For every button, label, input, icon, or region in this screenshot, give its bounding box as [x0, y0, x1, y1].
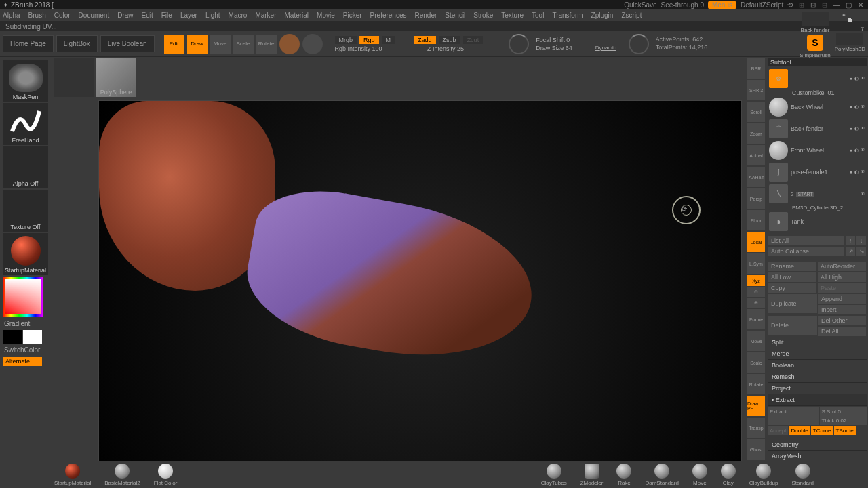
accept-button[interactable]: Accept	[768, 426, 788, 435]
brush-rake[interactable]: Rake	[616, 464, 631, 486]
subtool-custombike[interactable]: ⚙ ●◐👁	[768, 68, 867, 89]
size-gauge-icon[interactable]	[629, 34, 649, 54]
append-button[interactable]: Append	[818, 294, 866, 304]
zcut-button[interactable]: Zcut	[463, 36, 484, 44]
backfender-slot[interactable]	[836, 33, 863, 45]
rgb-intensity[interactable]: Rgb Intensity 100	[335, 45, 395, 52]
brush-basicmaterial2[interactable]: BasicMaterial2	[104, 464, 140, 486]
window-icons[interactable]: ⟲ ⊞ ⊡ ⊟ — ▢ ✕	[787, 1, 865, 9]
menu-stroke[interactable]: Stroke	[473, 12, 493, 19]
remesh-section[interactable]: Remesh	[768, 371, 867, 383]
local-button[interactable]: Local	[747, 232, 765, 252]
scale-mode[interactable]: Scale	[233, 35, 254, 54]
menu-layer[interactable]: Layer	[180, 12, 197, 19]
delother-button[interactable]: Del Other	[818, 316, 866, 325]
viewport[interactable]: ⟳	[98, 100, 742, 488]
bpr-button[interactable]: BPR	[747, 58, 765, 79]
home-tab[interactable]: Home Page	[3, 35, 54, 52]
m-button[interactable]: M	[382, 36, 395, 44]
brush-zmodeler[interactable]: ZModeler	[580, 464, 604, 486]
active-tool-thumb[interactable]	[54, 58, 94, 97]
color-black[interactable]	[3, 330, 22, 344]
insert-button[interactable]: Insert	[818, 305, 866, 314]
copy-button[interactable]: Copy	[768, 283, 816, 293]
menu-marker[interactable]: Marker	[255, 12, 276, 19]
delete-button[interactable]: Delete	[768, 316, 817, 335]
menu-document[interactable]: Document	[79, 12, 110, 19]
actual-button[interactable]: Actual	[747, 145, 765, 165]
rotate3d-button[interactable]: Rotate	[747, 374, 765, 394]
menu-zscript[interactable]: Zscript	[621, 12, 642, 19]
ssmt-slider[interactable]: S Smt 5	[820, 407, 867, 416]
draw-mode[interactable]: Draw	[187, 35, 208, 54]
ghost-button[interactable]: Ghost	[747, 439, 765, 460]
up-arrow-icon[interactable]: ↑	[846, 236, 855, 245]
brush-damstandard[interactable]: DamStandard	[645, 464, 678, 486]
delall-button[interactable]: Del All	[818, 327, 866, 336]
polymesh-star-icon[interactable]: ✦	[842, 12, 858, 28]
menu-edit[interactable]: Edit	[142, 12, 153, 19]
zoom-button[interactable]: Zoom	[747, 123, 765, 144]
menu-brush[interactable]: Brush	[28, 12, 46, 19]
z-intensity[interactable]: Z Intensity 25	[427, 45, 483, 52]
subtool-backwheel[interactable]: Back Wheel ●◐👁	[768, 96, 867, 118]
menu-color[interactable]: Color	[54, 12, 71, 19]
menu-file[interactable]: File	[161, 12, 172, 19]
frame-button[interactable]: Frame	[747, 309, 765, 329]
persp-button[interactable]: Persp	[747, 188, 765, 209]
tcorne-button[interactable]: TCorne	[811, 426, 833, 435]
tborde-button[interactable]: TBorde	[834, 426, 856, 435]
brush-claytubes[interactable]: ClayTubes	[541, 464, 567, 486]
scroll-button[interactable]: Scroll	[747, 102, 765, 122]
dynamic-toggle[interactable]: Dynamic	[595, 45, 616, 51]
menu-stencil[interactable]: Stencil	[445, 12, 465, 19]
menu-material[interactable]: Material	[285, 12, 309, 19]
menu-movie[interactable]: Movie	[317, 12, 335, 19]
edit-mode[interactable]: Edit	[164, 35, 184, 54]
material-slot[interactable]: StartupMaterial	[3, 233, 48, 275]
sym-q-icon[interactable]: ⊙	[747, 287, 765, 297]
simplebrush-icon[interactable]: S	[807, 35, 823, 51]
menu-draw[interactable]: Draw	[117, 12, 133, 19]
menus-toggle[interactable]: Menus	[708, 1, 736, 9]
subtool-frontwheel[interactable]: Front Wheel ●◐👁	[768, 140, 867, 161]
menu-zplugin[interactable]: Zplugin	[591, 12, 614, 19]
autoreorder-button[interactable]: AutoReorder	[818, 262, 866, 271]
moveup-icon[interactable]: ↗	[846, 247, 855, 256]
switchcolor-label[interactable]: SwitchColor	[3, 345, 48, 355]
extract-button[interactable]: Extract	[768, 407, 819, 425]
focal-gauge-icon[interactable]	[509, 34, 529, 54]
transp-button[interactable]: Transp	[747, 418, 765, 438]
mrgb-button[interactable]: Mrgb	[335, 36, 357, 44]
scale3d-button[interactable]: Scale	[747, 352, 765, 373]
autocollapse-button[interactable]: Auto Collapse	[768, 247, 844, 256]
sculptris-button[interactable]	[302, 34, 323, 54]
quicksave-button[interactable]: QuickSave	[624, 1, 656, 9]
rgb-button[interactable]: Rgb	[359, 36, 379, 44]
move3d-button[interactable]: Move	[747, 331, 765, 351]
down-arrow-icon[interactable]: ↓	[856, 236, 866, 245]
brush-claybuildup[interactable]: ClayBuildup	[749, 464, 778, 486]
gradient-label[interactable]: Gradient	[3, 319, 48, 329]
brush-clay[interactable]: Clay	[721, 464, 736, 486]
backfender-thumb[interactable]	[802, 12, 829, 26]
rename-button[interactable]: Rename	[768, 262, 816, 271]
lightbox-tab[interactable]: LightBox	[56, 35, 98, 52]
aahalf-button[interactable]: AAHalf	[747, 167, 765, 187]
geometry-section[interactable]: Geometry	[768, 439, 867, 451]
drawpf-button[interactable]: Draw PF	[747, 396, 765, 416]
brush-startupmaterial[interactable]: StartupMaterial	[54, 464, 91, 486]
move-mode[interactable]: Move	[210, 35, 231, 54]
brush-slot[interactable]: MaskPen	[3, 60, 48, 102]
seethrough-slider[interactable]: See-through 0	[661, 1, 704, 9]
draw-size[interactable]: Draw Size 64	[536, 45, 572, 52]
menu-picker[interactable]: Picker	[343, 12, 362, 19]
menu-light[interactable]: Light	[205, 12, 220, 19]
stroke-slot[interactable]: FreeHand	[3, 103, 48, 145]
switch-colors[interactable]	[3, 330, 48, 344]
zadd-button[interactable]: Zadd	[414, 36, 436, 44]
color-picker[interactable]	[3, 277, 43, 317]
xyz-button[interactable]: Xyz	[747, 275, 765, 286]
alllow-button[interactable]: All Low	[768, 272, 816, 282]
subtool-tank[interactable]: ◗ Tank	[768, 211, 867, 232]
